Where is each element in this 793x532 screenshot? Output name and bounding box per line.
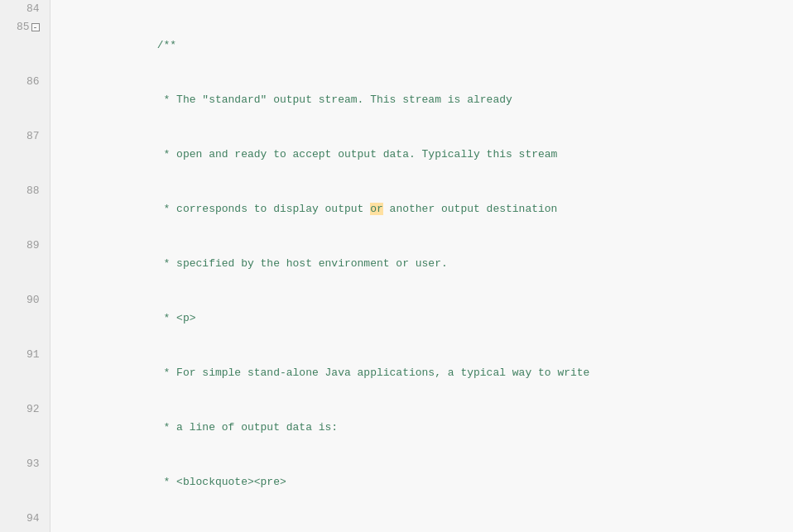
table-row: 92 * a line of output data is: (0, 400, 793, 455)
line-number: 94 (0, 510, 50, 532)
line-number: 90 (0, 291, 50, 346)
table-row: 87 * open and ready to accept output dat… (0, 127, 793, 182)
table-row: 84 (0, 0, 793, 18)
comment-text: * a line of output data is: (132, 421, 339, 434)
comment-text: * For simple stand-alone Java applicatio… (132, 367, 590, 379)
table-row: 89 * specified by the host environment o… (0, 237, 793, 291)
line-content (50, 0, 793, 18)
comment-text: * specified by the host environment or u… (132, 257, 448, 270)
line-content: /** (50, 18, 793, 73)
line-content: * <blockquote><pre> (50, 455, 793, 510)
line-content: * System.out.println(data) (50, 510, 793, 532)
line-number: 89 (0, 237, 50, 291)
comment-text: * The "standard" output stream. This str… (132, 93, 512, 106)
line-number: 85- (0, 18, 50, 73)
line-content: * open and ready to accept output data. … (50, 127, 793, 182)
table-row: 94 * System.out.println(data) (0, 510, 793, 532)
line-content: * specified by the host environment or u… (50, 237, 793, 291)
table-row: 88 * corresponds to display output or an… (0, 182, 793, 237)
comment-text: * open and ready to accept output data. … (132, 148, 558, 161)
line-content: * a line of output data is: (50, 400, 793, 455)
code-table: 84 85- /** 86 * The "standard" output st… (0, 0, 793, 532)
line-number: 87 (0, 127, 50, 182)
code-editor: 84 85- /** 86 * The "standard" output st… (0, 0, 793, 532)
line-content: * <p> (50, 291, 793, 346)
line-content: * corresponds to display output or anoth… (50, 182, 793, 237)
table-row: 90 * <p> (0, 291, 793, 346)
table-row: 85- /** (0, 18, 793, 73)
line-number: 88 (0, 182, 50, 237)
line-content: * The "standard" output stream. This str… (50, 73, 793, 127)
line-number: 92 (0, 400, 50, 455)
table-row: 93 * <blockquote><pre> (0, 455, 793, 510)
line-number: 86 (0, 73, 50, 127)
line-number: 93 (0, 455, 50, 510)
table-row: 91 * For simple stand-alone Java applica… (0, 346, 793, 400)
comment-text: * <p> (132, 312, 196, 324)
comment-text: * corresponds to display output or anoth… (132, 203, 558, 215)
fold-icon[interactable]: - (31, 23, 40, 31)
line-number: 84 (0, 0, 50, 18)
comment-text: /** (132, 39, 177, 51)
table-row: 86 * The "standard" output stream. This … (0, 73, 793, 127)
line-number: 91 (0, 346, 50, 400)
line-content: * For simple stand-alone Java applicatio… (50, 346, 793, 400)
comment-text: * <blockquote><pre> (132, 476, 286, 488)
